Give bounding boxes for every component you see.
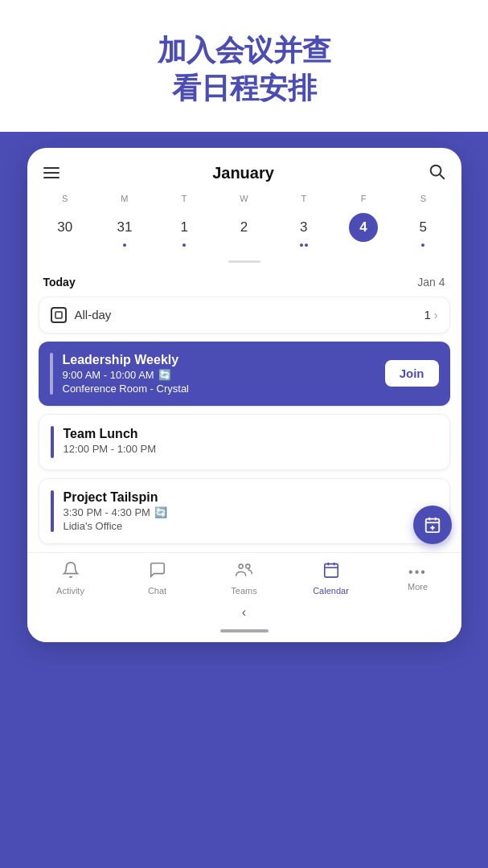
- svg-line-1: [440, 174, 444, 178]
- add-to-calendar-fab[interactable]: [413, 506, 452, 544]
- chat-label: Chat: [148, 586, 166, 596]
- activity-label: Activity: [56, 586, 84, 596]
- all-day-count: 1: [424, 308, 430, 321]
- nav-more[interactable]: ••• More: [375, 565, 461, 592]
- month-title: January: [212, 164, 274, 182]
- event-project-tailspin[interactable]: Project Tailspin 3:30 PM - 4:30 PM 🔄 Lid…: [39, 478, 450, 544]
- nav-activity[interactable]: Activity: [27, 561, 114, 596]
- phone-card: January S M T W T F S 30: [27, 148, 461, 642]
- join-placeholder: [337, 497, 385, 525]
- day-label-t2: T: [274, 192, 334, 205]
- menu-button[interactable]: [43, 167, 59, 178]
- bottom-nav: Activity Chat: [27, 552, 461, 600]
- calendar-label: Calendar: [313, 586, 349, 596]
- back-button-area[interactable]: ‹: [27, 600, 461, 623]
- hero-section: 加入会议并查 看日程安排: [0, 0, 488, 132]
- all-day-icon: [51, 307, 67, 323]
- day-2[interactable]: 2: [214, 210, 273, 251]
- today-label: Today: [43, 276, 76, 289]
- purple-background: January S M T W T F S 30: [0, 132, 488, 868]
- teams-icon: [235, 561, 254, 583]
- event-time: 9:00 AM - 10:00 AM 🔄: [63, 369, 385, 381]
- calendar-icon: [322, 561, 340, 583]
- event-accent-bar: [51, 490, 54, 532]
- event-info: Leadership Weekly 9:00 AM - 10:00 AM 🔄 C…: [63, 353, 385, 395]
- today-header: Today Jan 4: [27, 269, 461, 297]
- event-time: 3:30 PM - 4:30 PM 🔄: [64, 506, 337, 518]
- scroll-indicator: [27, 257, 461, 269]
- more-label: More: [408, 582, 428, 592]
- event-accent-bar: [50, 353, 53, 395]
- today-date: Jan 4: [417, 276, 445, 289]
- all-day-row[interactable]: All-day 1 ›: [39, 297, 450, 334]
- hero-title: 加入会议并查 看日程安排: [16, 32, 472, 108]
- event-info: Team Lunch 12:00 PM - 1:00 PM: [64, 427, 438, 457]
- home-indicator: [27, 623, 461, 642]
- day-4-today[interactable]: 4: [334, 210, 393, 251]
- last-event-wrap: Project Tailspin 3:30 PM - 4:30 PM 🔄 Lid…: [27, 478, 461, 544]
- teams-label: Teams: [231, 586, 256, 596]
- nav-chat[interactable]: Chat: [114, 561, 201, 596]
- recurring-icon: 🔄: [154, 506, 167, 518]
- nav-teams[interactable]: Teams: [201, 561, 288, 596]
- day-label-w: W: [214, 192, 273, 205]
- day-5[interactable]: 5: [393, 210, 453, 251]
- search-button[interactable]: [428, 162, 445, 184]
- activity-icon: [62, 561, 80, 583]
- day-1[interactable]: 1: [154, 210, 214, 251]
- join-button[interactable]: Join: [385, 360, 439, 387]
- event-time: 12:00 PM - 1:00 PM: [64, 443, 438, 455]
- day-30[interactable]: 30: [35, 210, 95, 251]
- all-day-label: All-day: [75, 308, 424, 321]
- svg-rect-11: [324, 563, 338, 577]
- day-label-s2: S: [393, 192, 453, 205]
- svg-point-9: [239, 564, 243, 568]
- svg-point-10: [245, 564, 249, 568]
- day-3[interactable]: 3: [274, 210, 334, 251]
- day-label-s1: S: [35, 192, 95, 205]
- day-31[interactable]: 31: [95, 210, 154, 251]
- event-info: Project Tailspin 3:30 PM - 4:30 PM 🔄 Lid…: [64, 490, 337, 532]
- hero-title-line2: 看日程安排: [172, 72, 317, 104]
- chevron-right-icon: ›: [434, 309, 438, 321]
- hero-title-line1: 加入会议并查: [158, 34, 331, 67]
- day-strip: S M T W T F S 30 31 1: [27, 192, 461, 257]
- event-location: Conference Room - Crystal: [63, 383, 385, 395]
- day-numbers: 30 31 1 2 3: [35, 210, 453, 251]
- day-label-m: M: [95, 192, 154, 205]
- calendar-header: January: [27, 148, 461, 192]
- event-location: Lidia's Office: [64, 520, 337, 532]
- event-team-lunch[interactable]: Team Lunch 12:00 PM - 1:00 PM: [39, 414, 450, 470]
- event-leadership-weekly[interactable]: Leadership Weekly 9:00 AM - 10:00 AM 🔄 C…: [39, 342, 450, 406]
- day-label-t1: T: [154, 192, 214, 205]
- more-icon: •••: [408, 565, 427, 579]
- chat-icon: [149, 561, 166, 583]
- day-labels: S M T W T F S: [35, 192, 453, 205]
- event-title: Leadership Weekly: [63, 353, 385, 367]
- event-title: Project Tailspin: [64, 490, 337, 505]
- event-accent-bar: [51, 426, 54, 458]
- event-title: Team Lunch: [64, 427, 438, 441]
- back-chevron-icon: ‹: [242, 605, 246, 620]
- nav-calendar[interactable]: Calendar: [288, 561, 375, 596]
- svg-rect-2: [55, 312, 62, 318]
- day-label-f: F: [334, 192, 393, 205]
- recurring-icon: 🔄: [158, 369, 171, 381]
